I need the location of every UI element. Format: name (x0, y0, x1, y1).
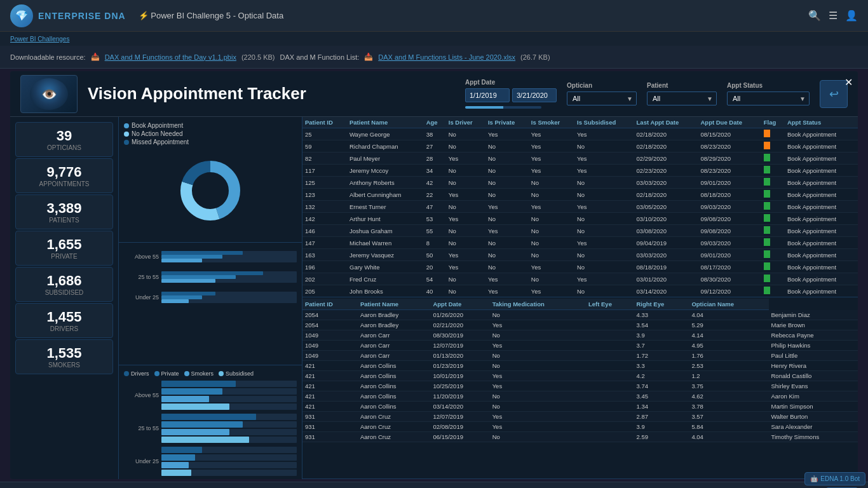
table-cell: Book Appointment (785, 261, 858, 273)
bar-fill-above-55-c (161, 259, 202, 262)
table-cell: 06/15/2019 (430, 432, 489, 442)
table-cell: 4.04 (689, 432, 768, 442)
table-cell: Yes (490, 341, 586, 351)
table-cell (761, 285, 785, 297)
table-cell: Aaron Bradley (358, 310, 430, 320)
dashboard-title: Vision Appointment Tracker (88, 84, 455, 104)
table-row: 117Jeremy Mccoy34NoNoYesYes02/23/202008/… (302, 165, 858, 177)
table-cell: No (485, 213, 529, 225)
table-cell: Yes (529, 128, 574, 140)
user-icon[interactable]: 👤 (845, 10, 858, 22)
table2: Patient ID Patient Name Appt Date Taking… (302, 299, 858, 442)
main-content: 39 Opticians 9,776 Appointments 3,389 Pa… (10, 117, 858, 479)
table1-header-row: Patient ID Patient Name Age Is Driver Is… (302, 117, 858, 128)
breadcrumb-link[interactable]: Power BI Challenges (10, 36, 69, 43)
optician-dropdown[interactable]: All (567, 92, 637, 105)
table2-container: Patient ID Patient Name Appt Date Taking… (302, 299, 858, 479)
resource-link-1[interactable]: DAX and M Functions of the Day v1.1.pbix (105, 53, 236, 61)
table-cell: 146 (302, 225, 347, 237)
table-row: 147Michael Warren8NoNoNoYes09/04/201909/… (302, 237, 858, 249)
table-cell: Aaron Carr (358, 351, 430, 361)
date-end-input[interactable] (512, 88, 557, 102)
table-cell: 3.7 (634, 341, 689, 351)
table-cell: Book Appointment (785, 165, 858, 177)
table2-scroll[interactable]: Patient ID Patient Name Appt Date Taking… (302, 299, 858, 442)
table-row: 1049Aaron Carr12/07/2019Yes3.74.95Philip… (302, 341, 858, 351)
table-cell: 08/15/2020 (698, 128, 761, 140)
legend-smokers: Smokers (184, 370, 214, 377)
table-cell: No (490, 432, 586, 442)
stat-smokers: 1,535 Smokers (15, 339, 113, 374)
close-button[interactable]: ✕ (844, 76, 853, 88)
date-start-input[interactable] (465, 88, 510, 102)
table-cell: 01/13/2020 (430, 351, 489, 361)
table-cell: 11/20/2019 (430, 391, 489, 402)
table-cell (586, 341, 634, 351)
resource-link-2[interactable]: DAX and M Functions Lists - June 2020.xl… (378, 53, 515, 61)
col-is-smoker: Is Smoker (529, 117, 574, 128)
donut-chart-area (124, 146, 297, 236)
header-logo-inner: 👁️ (30, 78, 68, 110)
top-bar-section: Above 55 25 to 55 Unde (119, 242, 302, 363)
table1-scroll[interactable]: Patient ID Patient Name Age Is Driver Is… (302, 117, 858, 297)
table-cell: 08/18/2019 (634, 261, 698, 273)
table-cell: 202 (302, 273, 347, 285)
table-cell (586, 351, 634, 361)
table-row: 205John Brooks40NoYesYesNo03/14/202009/1… (302, 285, 858, 297)
status-dropdown[interactable]: All (727, 92, 810, 105)
reset-button[interactable]: ↩ (820, 80, 848, 108)
date-filter-label: Appt Date (465, 79, 557, 86)
donut-legend: Book Appointment No Action Needed Missed… (124, 122, 297, 146)
table-cell: Yes (574, 128, 634, 140)
green-flag (764, 238, 770, 246)
table-cell: Sara Alexander (769, 422, 858, 432)
edna-bot[interactable]: 🤖 EDNA 1.0 Bot (804, 472, 865, 485)
date-slider[interactable] (465, 106, 541, 109)
search-icon[interactable]: 🔍 (808, 10, 821, 22)
table-cell: 421 (302, 361, 358, 371)
patient-dropdown[interactable]: All (647, 92, 717, 105)
green-flag (764, 178, 770, 186)
table-cell: 8 (424, 237, 446, 249)
green-flag (764, 166, 770, 173)
bar-fill-25-55-c (161, 279, 215, 283)
table-cell: 02/18/2020 (634, 140, 698, 152)
left-sidebar: 39 Opticians 9,776 Appointments 3,389 Pa… (10, 117, 118, 479)
breadcrumb-bar: Power BI Challenges (0, 32, 868, 46)
legend-no-action: No Action Needed (124, 130, 297, 137)
bar-label-above-55: Above 55 (124, 254, 159, 260)
col2-right-eye: Right Eye (634, 299, 689, 310)
table-cell (586, 310, 634, 320)
table-cell: 931 (302, 422, 358, 432)
table-cell: Yes (446, 249, 485, 261)
table-cell: No (485, 189, 529, 201)
table-cell: 12/07/2019 (430, 341, 489, 351)
table-cell: 28 (424, 152, 446, 165)
table-cell: 08/30/2019 (430, 330, 489, 341)
table-cell: Yes (485, 273, 529, 285)
table-cell: 09/08/2020 (698, 213, 761, 225)
table-cell: No (529, 273, 574, 285)
table-cell: 08/30/2020 (698, 273, 761, 285)
table-cell: Yes (446, 189, 485, 201)
table-cell: 03/03/2020 (634, 177, 698, 189)
logo-area: 💎 ENTERPRISE DNA (10, 4, 126, 27)
table-cell (586, 432, 634, 442)
top-bar-icons: 🔍 ☰ 👤 (808, 10, 858, 22)
table-cell (761, 201, 785, 213)
legend-label-book: Book Appointment (132, 122, 183, 129)
table-cell: Yes (574, 201, 634, 213)
green-flag (764, 274, 770, 282)
table-cell: 421 (302, 391, 358, 402)
table-cell: 02/18/2020 (634, 189, 698, 201)
menu-icon[interactable]: ☰ (829, 10, 837, 22)
table-cell: Jeremy Vasquez (347, 249, 424, 261)
table-cell (761, 225, 785, 237)
green-flag (764, 226, 770, 234)
table-row: 196Gary White20YesNoYesNo08/18/201908/17… (302, 261, 858, 273)
legend-dot-no-action (124, 132, 129, 137)
table-cell: Aaron Kim (769, 391, 858, 402)
table-cell (761, 249, 785, 261)
reset-icon: ↩ (829, 87, 839, 101)
table-cell: 4.04 (689, 310, 768, 320)
